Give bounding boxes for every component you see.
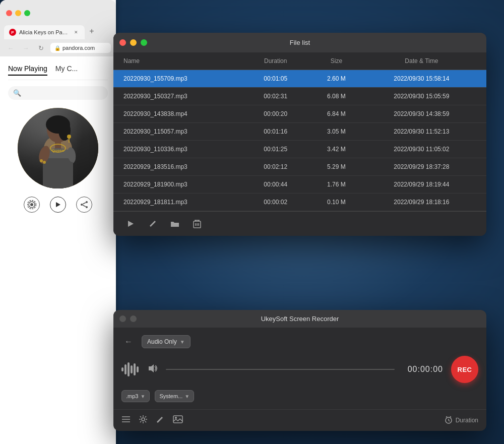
search-bar[interactable]: 🔍 — [8, 86, 108, 100]
svg-marker-24 — [128, 221, 134, 227]
format-arrow: ▼ — [140, 394, 145, 399]
tab-title: Alicia Keys on Pandora | Radio... — [19, 29, 70, 35]
forward-nav-button[interactable]: → — [20, 42, 31, 53]
browser-titlebar — [0, 0, 116, 20]
footer-icon-group — [121, 415, 183, 426]
play-file-button[interactable] — [123, 217, 138, 231]
svg-line-43 — [450, 416, 451, 417]
file-size: 3.05 M — [306, 128, 367, 135]
album-art: Queen — [18, 108, 98, 188]
file-size: 5.29 M — [306, 163, 367, 170]
table-row[interactable]: 20220930_155709.mp3 00:01:05 2.60 M 2022… — [113, 70, 486, 88]
file-list-window: File list Name Duration Size Date & Time… — [113, 33, 486, 236]
edit-file-button[interactable] — [146, 217, 160, 231]
recorder-back-button[interactable]: ← — [121, 335, 136, 349]
file-list-minimize-button — [130, 39, 137, 46]
file-size: 0.10 M — [306, 199, 367, 206]
file-list-maximize-button — [141, 39, 147, 46]
file-name: 20220930_150327.mp3 — [123, 93, 245, 100]
recorder-controls-row: 00:00:00 REC — [121, 356, 478, 383]
file-duration: 00:00:44 — [245, 181, 306, 188]
pandora-nav: Now Playing My C... — [8, 65, 108, 80]
mode-dropdown-arrow: ▼ — [180, 339, 185, 345]
mode-dropdown[interactable]: Audio Only ▼ — [142, 335, 191, 348]
browser-content: Now Playing My C... 🔍 — [0, 56, 116, 444]
timer-display: 00:00:00 — [403, 365, 443, 374]
tab-close-button[interactable]: ✕ — [73, 29, 80, 36]
station-icon[interactable] — [24, 197, 40, 213]
file-actions-bar — [113, 211, 486, 236]
search-icon: 🔍 — [13, 89, 21, 97]
window-minimize-button[interactable] — [15, 10, 21, 16]
file-duration: 00:01:16 — [245, 128, 306, 135]
file-datetime: 2022/09/30 11:05:02 — [367, 146, 476, 153]
volume-icon[interactable] — [147, 363, 158, 376]
file-list-header: Name Duration Size Date & Time — [113, 52, 486, 70]
svg-point-20 — [81, 204, 83, 206]
traffic-lights — [6, 10, 30, 16]
svg-marker-32 — [149, 364, 154, 372]
image-icon[interactable] — [173, 415, 183, 425]
file-name: 20220930_143838.mp4 — [123, 110, 245, 117]
recorder-dot-2 — [130, 315, 137, 322]
file-name: 20220929_183516.mp3 — [123, 163, 245, 170]
viz-bar-2 — [124, 364, 127, 374]
file-size: 2.60 M — [306, 75, 367, 82]
svg-line-23 — [83, 205, 86, 207]
play-button[interactable] — [50, 197, 66, 213]
window-maximize-button[interactable] — [24, 10, 30, 16]
recorder-footer: Duration — [113, 409, 486, 431]
viz-bar-6 — [137, 366, 139, 372]
table-row[interactable]: 20220930_143838.mp4 00:00:20 6.84 M 2022… — [113, 105, 486, 123]
file-duration: 00:01:05 — [245, 75, 306, 82]
url-field[interactable]: 🔒 pandora.com — [50, 43, 111, 53]
address-bar: ← → ↻ 🔒 pandora.com — [0, 39, 116, 56]
back-nav-button[interactable]: ← — [5, 42, 16, 53]
open-folder-button[interactable] — [168, 217, 182, 231]
alarm-icon — [445, 416, 453, 425]
window-close-button[interactable] — [6, 10, 12, 16]
table-row[interactable]: 20220929_183516.mp3 00:02:12 5.29 M 2022… — [113, 158, 486, 176]
file-name: 20220929_181900.mp3 — [123, 181, 245, 188]
file-list-close-button[interactable] — [119, 39, 126, 46]
mode-label: Audio Only — [147, 338, 177, 345]
svg-line-41 — [449, 420, 450, 421]
nav-now-playing[interactable]: Now Playing — [8, 65, 47, 76]
file-list-title: File list — [290, 39, 310, 46]
share-button[interactable] — [76, 197, 92, 213]
svg-point-14 — [43, 161, 46, 164]
browser-tabs: P Alicia Keys on Pandora | Radio... ✕ + — [0, 20, 116, 39]
file-size: 6.84 M — [306, 110, 367, 117]
file-duration: 00:02:12 — [245, 163, 306, 170]
system-dropdown[interactable]: System... ▼ — [155, 390, 194, 402]
table-row[interactable]: 20220930_150327.mp3 00:02:31 6.08 M 2022… — [113, 88, 486, 105]
settings-icon[interactable] — [139, 415, 148, 426]
new-tab-button[interactable]: + — [85, 24, 99, 38]
rec-button[interactable]: REC — [451, 356, 478, 383]
list-icon[interactable] — [121, 415, 131, 425]
nav-my-collection[interactable]: My C... — [55, 65, 78, 76]
refresh-button[interactable]: ↻ — [35, 42, 46, 53]
file-name: 20220930_110336.mp3 — [123, 146, 245, 153]
active-tab[interactable]: P Alicia Keys on Pandora | Radio... ✕ — [4, 25, 85, 39]
file-size: 1.76 M — [306, 181, 367, 188]
browser-window: P Alicia Keys on Pandora | Radio... ✕ + … — [0, 0, 116, 444]
svg-text:Queen: Queen — [52, 148, 65, 153]
duration-button[interactable]: Duration — [445, 416, 478, 425]
edit-icon[interactable] — [156, 415, 165, 426]
format-dropdown[interactable]: .mp3 ▼ — [121, 390, 150, 402]
file-size: 3.42 M — [306, 146, 367, 153]
file-duration: 00:00:02 — [245, 199, 306, 206]
column-size: Size — [306, 57, 367, 65]
album-art-inner: Queen — [18, 108, 98, 188]
table-row[interactable]: 20220929_181900.mp3 00:00:44 1.76 M 2022… — [113, 176, 486, 194]
file-datetime: 2022/09/30 14:38:59 — [367, 110, 476, 117]
file-datetime: 2022/09/29 18:37:28 — [367, 163, 476, 170]
progress-bar[interactable] — [166, 369, 395, 370]
table-row[interactable]: 20220930_110336.mp3 00:01:25 3.42 M 2022… — [113, 141, 486, 158]
table-row[interactable]: 20220929_181811.mp3 00:00:02 0.10 M 2022… — [113, 194, 486, 211]
table-row[interactable]: 20220930_115057.mp3 00:01:16 3.05 M 2022… — [113, 123, 486, 141]
delete-file-button[interactable] — [190, 217, 204, 231]
recorder-format-row: .mp3 ▼ System... ▼ — [121, 390, 478, 402]
file-duration: 00:00:20 — [245, 110, 306, 117]
